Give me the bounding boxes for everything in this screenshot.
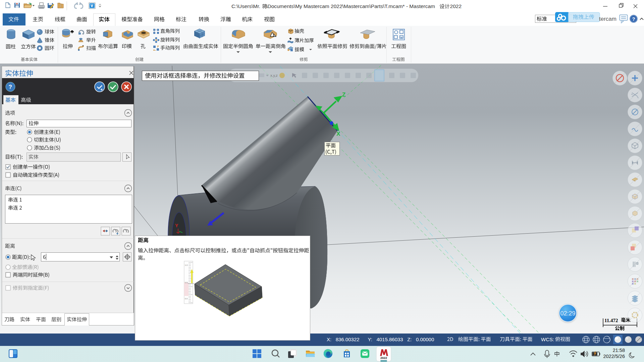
svg-text:1.0: 1.0	[185, 264, 188, 266]
svg-text:Y: Y	[175, 223, 178, 228]
svg-text:2022: 2022	[380, 356, 387, 360]
svg-text:0.5: 0.5	[185, 282, 188, 284]
svg-text:X: X	[336, 131, 340, 137]
svg-text:Z: Z	[342, 92, 345, 98]
svg-text:?: ?	[9, 84, 12, 90]
svg-text:?: ?	[632, 16, 635, 22]
svg-text:x,y,z: x,y,z	[270, 73, 278, 77]
svg-text:0.0: 0.0	[185, 298, 188, 300]
svg-text:1: 1	[273, 34, 274, 37]
